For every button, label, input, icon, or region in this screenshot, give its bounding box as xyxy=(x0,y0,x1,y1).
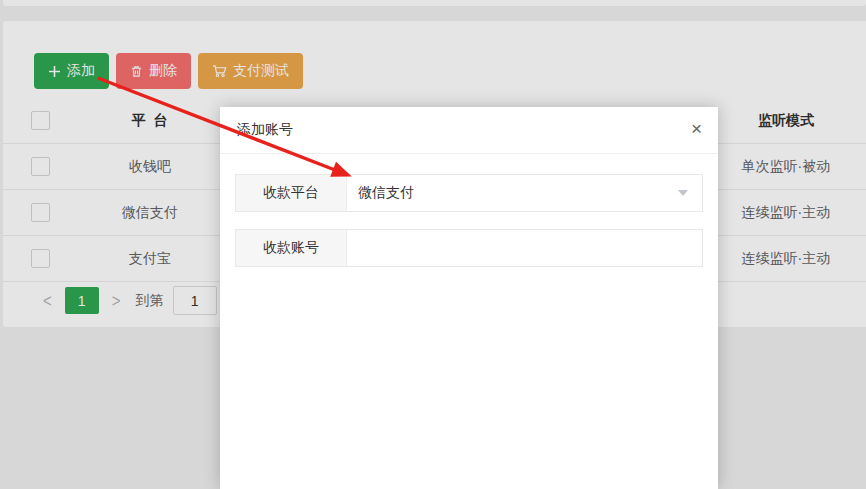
chevron-down-icon xyxy=(678,190,688,196)
payment-platform-select-value: 微信支付 xyxy=(358,184,414,202)
payment-account-label: 收款账号 xyxy=(236,230,347,266)
payment-platform-field-row: 收款平台 微信支付 xyxy=(235,174,703,212)
close-icon[interactable]: × xyxy=(691,119,702,138)
add-account-modal: 添加账号 × 收款平台 微信支付 收款账号 xyxy=(220,107,718,489)
screen: 添加 删除 支付测试 xyxy=(0,0,866,489)
payment-platform-label: 收款平台 xyxy=(236,175,347,211)
payment-account-field-row: 收款账号 xyxy=(235,229,703,267)
payment-platform-select[interactable]: 微信支付 xyxy=(347,175,702,211)
modal-header: 添加账号 × xyxy=(220,107,718,154)
payment-account-input[interactable] xyxy=(347,230,702,266)
modal-body: 收款平台 微信支付 收款账号 xyxy=(220,154,718,267)
modal-title: 添加账号 xyxy=(237,121,293,139)
